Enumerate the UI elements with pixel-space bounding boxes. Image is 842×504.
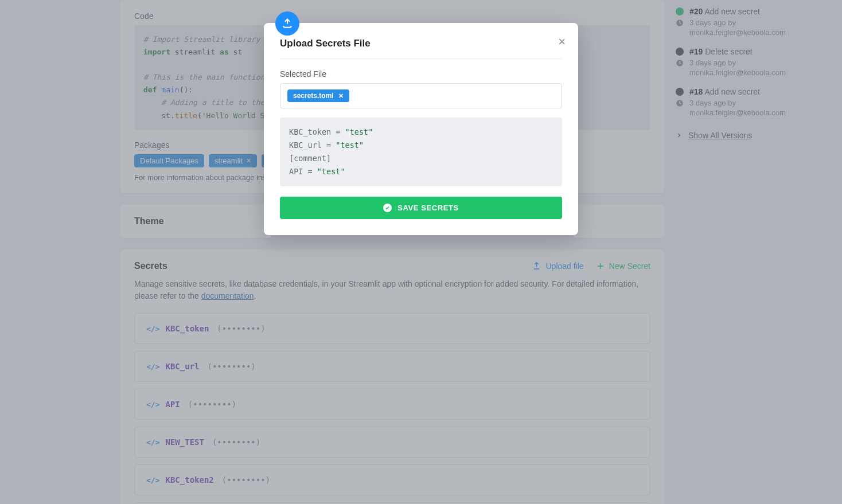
upload-icon-badge bbox=[275, 11, 299, 36]
modal-overlay[interactable]: × Upload Secrets File Selected File secr… bbox=[0, 0, 842, 504]
remove-file-icon[interactable]: ✕ bbox=[338, 92, 344, 100]
modal-title: Upload Secrets File bbox=[280, 38, 562, 49]
upload-icon bbox=[282, 18, 293, 29]
selected-file-box[interactable]: secrets.toml ✕ bbox=[280, 83, 562, 108]
selected-file-label: Selected File bbox=[280, 69, 562, 79]
save-secrets-button[interactable]: SAVE SECRETS bbox=[280, 197, 562, 219]
divider bbox=[280, 58, 562, 59]
check-icon bbox=[383, 204, 392, 212]
file-chip: secrets.toml ✕ bbox=[287, 89, 349, 102]
file-preview: KBC_token = "test" KBC_url = "test" [com… bbox=[280, 118, 562, 186]
upload-secrets-modal: × Upload Secrets File Selected File secr… bbox=[264, 23, 578, 235]
close-button[interactable]: × bbox=[558, 36, 566, 48]
